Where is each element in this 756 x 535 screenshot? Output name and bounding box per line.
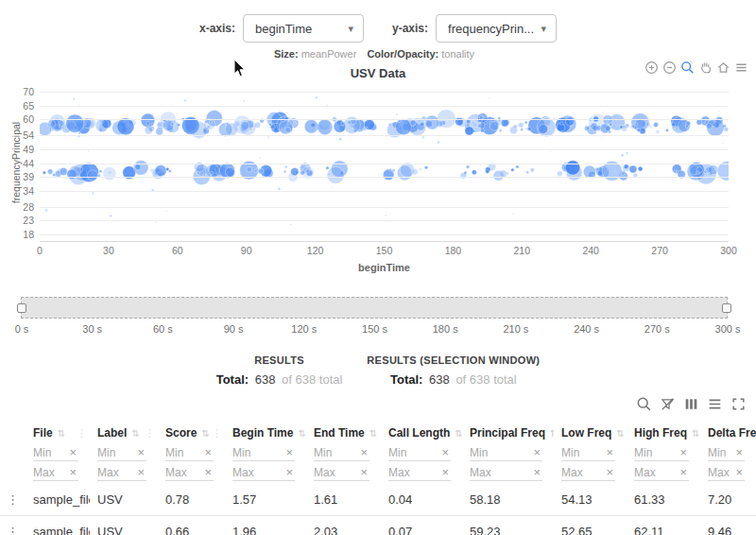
clear-filter-icon[interactable]: × (285, 446, 293, 458)
clear-filter-icon[interactable]: × (533, 446, 541, 458)
search-icon[interactable] (636, 396, 652, 412)
clear-filter-icon[interactable]: × (735, 466, 743, 478)
filter-placeholder: Min (33, 446, 51, 459)
results-total: RESULTS Total: 638 of 638 total (216, 354, 343, 387)
sort-icon[interactable]: ⇅ (369, 428, 377, 439)
min-filter-input[interactable]: Min× (165, 444, 214, 461)
min-filter-input[interactable]: Min× (33, 444, 78, 461)
column-header-call-length[interactable]: Call Length⇅⋮ (381, 426, 462, 440)
clear-filter-icon[interactable]: × (137, 446, 145, 458)
clear-filter-icon[interactable]: × (69, 466, 77, 478)
gridline (40, 119, 729, 120)
max-filter-input[interactable]: Max× (314, 464, 369, 481)
time-range-slider[interactable] (21, 297, 728, 319)
clear-filter-icon[interactable]: × (606, 466, 613, 478)
sort-icon[interactable]: ⇅ (455, 428, 462, 439)
max-filter-input[interactable]: Max× (470, 464, 542, 481)
max-filter-input[interactable]: Max× (165, 464, 214, 481)
columns-icon[interactable] (683, 396, 699, 412)
filter-off-icon[interactable] (660, 396, 676, 412)
min-filter-input[interactable]: Min× (232, 444, 295, 461)
column-header-end-time[interactable]: End Time⇅⋮ (306, 426, 381, 440)
sort-icon[interactable]: ⇅ (201, 428, 209, 439)
table-cell: 9.46 (700, 525, 756, 535)
fullscreen-icon[interactable] (730, 396, 747, 412)
x-tick-label: 270 (641, 245, 679, 256)
sort-icon[interactable]: ⇅ (616, 428, 624, 439)
table-cell: 1.61 (306, 492, 381, 507)
clear-filter-icon[interactable]: × (441, 446, 449, 458)
encoding-info: Size: meanPower Color/Opacity: tonality (0, 48, 756, 60)
sort-icon[interactable]: ⇅ (58, 428, 65, 439)
clear-filter-icon[interactable]: × (285, 466, 293, 478)
min-filter-input[interactable]: Min× (470, 444, 542, 461)
clear-filter-icon[interactable]: × (204, 446, 212, 458)
gridline (40, 164, 729, 164)
max-filter-input[interactable]: Max× (388, 464, 451, 481)
max-filter-input[interactable]: Max× (33, 464, 78, 481)
x-axis-select[interactable]: beginTime ▾ (243, 14, 364, 43)
min-filter-input[interactable]: Min× (97, 444, 146, 461)
sort-icon[interactable]: ⇅ (692, 428, 699, 439)
column-header-file[interactable]: File⇅⋮ (26, 426, 90, 440)
sort-icon[interactable]: ⇅ (298, 428, 305, 439)
min-filter-input[interactable]: Min× (388, 444, 451, 461)
max-filter-input[interactable]: Max× (232, 464, 295, 481)
row-menu-icon[interactable]: ⋮ (7, 492, 19, 507)
clear-filter-icon[interactable]: × (533, 466, 541, 478)
row-menu-icon[interactable]: ⋮ (7, 525, 19, 535)
column-header-begin-time[interactable]: Begin Time⇅⋮ (225, 426, 306, 440)
clear-filter-icon[interactable]: × (679, 446, 687, 458)
sort-icon[interactable]: ⇅ (131, 428, 139, 439)
column-header-label[interactable]: Label⇅⋮ (90, 426, 158, 440)
slider-handle-right[interactable] (722, 303, 731, 313)
filter-placeholder: Max (634, 466, 656, 479)
min-filter-input[interactable]: Min× (634, 444, 689, 461)
clear-filter-icon[interactable]: × (606, 446, 613, 458)
gridline (40, 177, 729, 178)
clear-filter-icon[interactable]: × (735, 446, 743, 458)
table-cell: USV (90, 525, 158, 535)
y-tick-label: 23 (0, 215, 34, 226)
column-menu-icon[interactable]: ⋮ (212, 427, 222, 440)
clear-filter-icon[interactable]: × (679, 466, 687, 478)
filter-placeholder: Min (232, 446, 250, 459)
max-filter-input[interactable]: Max× (634, 464, 689, 481)
min-filter-input[interactable]: Min× (561, 444, 615, 461)
y-tick-label: 28 (0, 201, 34, 213)
column-header-score[interactable]: Score⇅⋮ (158, 426, 225, 440)
table-row[interactable]: ⋮sample_fileUSV0.661.962.030.0759.2352.6… (0, 516, 756, 535)
column-menu-icon[interactable]: ⋮ (145, 427, 155, 440)
y-tick-label: 39 (0, 171, 34, 182)
x-tick-label: 240 (572, 245, 610, 256)
filter-placeholder: Max (97, 466, 119, 479)
clear-filter-icon[interactable]: × (137, 466, 145, 478)
column-header-low-freq[interactable]: Low Freq⇅⋮ (554, 426, 627, 440)
column-menu-icon[interactable]: ⋮ (77, 427, 87, 440)
min-filter-input[interactable]: Min× (708, 444, 745, 461)
filter-placeholder: Min (634, 446, 652, 459)
slider-handle-left[interactable] (17, 303, 26, 313)
chevron-down-icon: ▾ (348, 23, 353, 35)
density-icon[interactable] (707, 396, 723, 412)
table-cell: 59.23 (462, 525, 554, 535)
max-filter-input[interactable]: Max× (708, 464, 745, 481)
y-axis-select[interactable]: frequencyPrin... ▾ (436, 14, 557, 43)
clear-filter-icon[interactable]: × (441, 466, 449, 478)
min-filter-input[interactable]: Min× (314, 444, 369, 461)
table-row[interactable]: ⋮sample_fileUSV0.781.571.610.0458.1854.1… (0, 484, 756, 516)
column-header-principal-freq[interactable]: Principal Freq⇅⋮ (462, 426, 554, 440)
clear-filter-icon[interactable]: × (360, 466, 368, 478)
column-header-delta-freq[interactable]: Delta Freq⇅⋮ (700, 426, 756, 440)
table-cell: 54.13 (554, 492, 627, 507)
column-header-high-freq[interactable]: High Freq⇅⋮ (627, 426, 700, 440)
scatter-plot-area[interactable] (40, 85, 729, 248)
clear-filter-icon[interactable]: × (69, 446, 77, 458)
column-header-label: Label (97, 426, 127, 440)
max-filter-input[interactable]: Max× (97, 464, 146, 481)
clear-filter-icon[interactable]: × (204, 466, 212, 478)
slider-tick-label: 0 s (1, 323, 43, 335)
filter-placeholder: Min (561, 446, 579, 459)
clear-filter-icon[interactable]: × (360, 446, 368, 458)
max-filter-input[interactable]: Max× (561, 464, 615, 481)
